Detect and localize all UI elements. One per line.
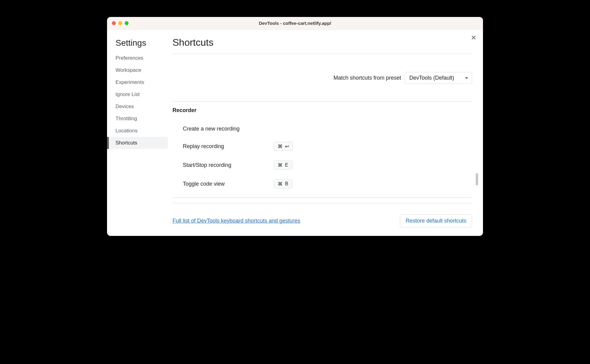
sidebar-item-experiments[interactable]: Experiments xyxy=(107,76,168,88)
sidebar-item-workspace[interactable]: Workspace xyxy=(107,64,168,76)
shortcut-keys: ⌘↩ xyxy=(274,142,293,151)
key-glyph: ⌘ xyxy=(278,181,283,187)
shortcut-keys: ⌘B xyxy=(274,179,292,188)
preset-select[interactable]: DevTools (Default) xyxy=(405,72,472,84)
titlebar: DevTools - coffee-cart.netlify.app/ xyxy=(107,17,483,30)
shortcuts-section: Recorder Create a new recordingReplay re… xyxy=(173,101,472,193)
key-glyph: ↩ xyxy=(285,144,289,149)
window-close-icon[interactable] xyxy=(112,21,116,25)
traffic-lights xyxy=(112,21,129,25)
window-title: DevTools - coffee-cart.netlify.app/ xyxy=(107,21,483,26)
sidebar-item-locations[interactable]: Locations xyxy=(107,125,168,137)
shortcut-row[interactable]: Start/Stop recording⌘E xyxy=(173,156,472,174)
shortcut-label: Replay recording xyxy=(183,143,274,150)
settings-sidebar: Settings PreferencesWorkspaceExperiments… xyxy=(107,30,168,236)
section-heading-recorder: Recorder xyxy=(173,107,472,114)
close-icon[interactable]: ✕ xyxy=(471,35,476,41)
sidebar-item-shortcuts[interactable]: Shortcuts xyxy=(107,137,168,149)
sidebar-item-ignore-list[interactable]: Ignore List xyxy=(107,88,168,101)
shortcut-label: Start/Stop recording xyxy=(183,162,274,168)
page-title: Shortcuts xyxy=(173,37,472,54)
sidebar-item-throttling[interactable]: Throttling xyxy=(107,113,168,125)
settings-main: Shortcuts Match shortcuts from preset De… xyxy=(168,30,483,236)
restore-default-shortcuts-button[interactable]: Restore default shortcuts xyxy=(400,214,472,227)
shortcut-label: Toggle code view xyxy=(183,181,274,187)
settings-heading: Settings xyxy=(107,37,168,52)
window-minimize-icon[interactable] xyxy=(118,21,122,25)
app-window: DevTools - coffee-cart.netlify.app/ ✕ Se… xyxy=(107,17,483,236)
content-area: ✕ Settings PreferencesWorkspaceExperimen… xyxy=(107,30,483,236)
preset-row: Match shortcuts from preset DevTools (De… xyxy=(173,54,472,101)
key-glyph: B xyxy=(285,181,288,187)
chevron-down-icon xyxy=(465,77,468,79)
sidebar-item-devices[interactable]: Devices xyxy=(107,101,168,113)
preset-label: Match shortcuts from preset xyxy=(334,75,401,81)
shortcut-row[interactable]: Create a new recording xyxy=(173,121,472,137)
sidebar-item-preferences[interactable]: Preferences xyxy=(107,52,168,64)
full-shortcuts-link[interactable]: Full list of DevTools keyboard shortcuts… xyxy=(173,218,300,224)
key-glyph: ⌘ xyxy=(278,162,283,168)
window-zoom-icon[interactable] xyxy=(125,21,129,25)
shortcut-keys: ⌘E xyxy=(274,160,292,170)
preset-value: DevTools (Default) xyxy=(409,75,454,81)
shortcuts-footer: Full list of DevTools keyboard shortcuts… xyxy=(173,203,472,227)
key-glyph: ⌘ xyxy=(278,144,283,149)
key-glyph: E xyxy=(285,162,288,168)
shortcut-row[interactable]: Replay recording⌘↩ xyxy=(173,137,472,156)
shortcut-label: Create a new recording xyxy=(183,126,274,132)
shortcut-row[interactable]: Toggle code view⌘B xyxy=(173,174,472,193)
